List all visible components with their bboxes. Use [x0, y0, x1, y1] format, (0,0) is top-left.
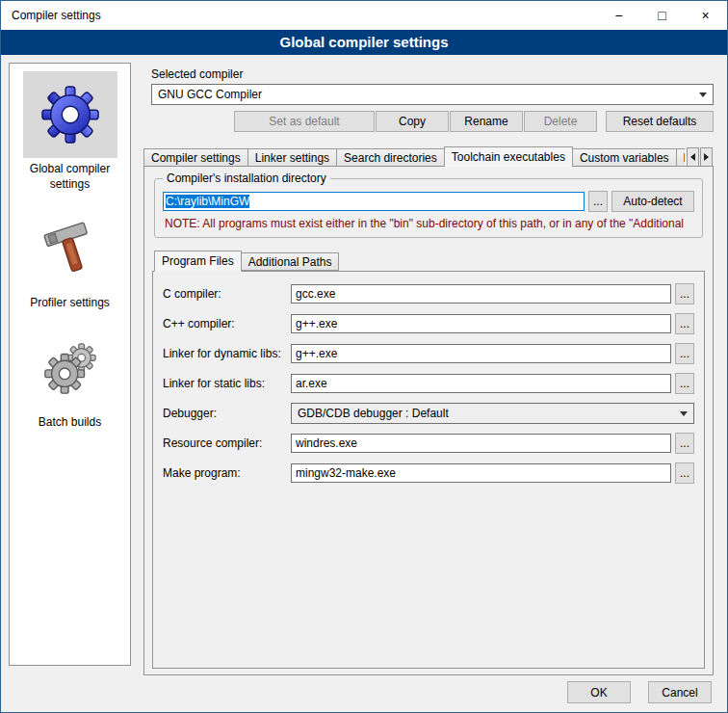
static-linker-label: Linker for static libs:: [163, 377, 291, 390]
compiler-actions: Set as default Copy Rename Delete Reset …: [142, 111, 714, 132]
sidebar-item-label: Global compiler settings: [10, 162, 130, 192]
cpp-compiler-input[interactable]: [291, 314, 671, 333]
compiler-select-value: GNU GCC Compiler: [158, 88, 262, 101]
resource-compiler-input[interactable]: [291, 434, 671, 453]
minimize-button[interactable]: −: [597, 1, 640, 30]
dynamic-linker-label: Linker for dynamic libs:: [163, 347, 291, 360]
maximize-icon: □: [658, 8, 665, 23]
window-controls: − □ ×: [597, 1, 727, 30]
close-icon: ×: [701, 8, 709, 23]
static-linker-row: Linker for static libs: ...: [163, 373, 694, 394]
installation-directory-legend: Compiler's installation directory: [163, 172, 330, 185]
subtab-program-files[interactable]: Program Files: [154, 251, 242, 272]
debugger-select[interactable]: GDB/CDB debugger : Default: [291, 403, 694, 424]
main-panel: Selected compiler GNU GCC Compiler Set a…: [142, 63, 714, 679]
minimize-icon: −: [614, 8, 622, 23]
sidebar-item-label: Profiler settings: [26, 296, 114, 311]
subtab-additional-paths[interactable]: Additional Paths: [241, 252, 340, 271]
sidebar-item-global-compiler-settings[interactable]: Global compiler settings: [10, 71, 130, 192]
tab-linker-settings[interactable]: Linker settings: [247, 148, 337, 167]
toolchain-subtab-bar: Program Files Additional Paths: [154, 250, 705, 271]
c-compiler-input[interactable]: [291, 284, 671, 304]
sidebar-item-profiler-settings[interactable]: Profiler settings: [10, 205, 130, 311]
compiler-settings-dialog: Compiler settings − □ × Global compiler …: [0, 0, 728, 713]
tab-scroll-right-icon: [704, 153, 709, 161]
close-button[interactable]: ×: [684, 1, 727, 30]
settings-tab-bar: Compiler settings Linker settings Search…: [143, 145, 685, 167]
tab-build-options-clipped[interactable]: Builc: [676, 148, 685, 167]
program-files-panel: C compiler: ... C++ compiler: ... Linker…: [152, 271, 705, 669]
resource-compiler-label: Resource compiler:: [163, 436, 291, 450]
installation-directory-row: C:\raylib\MinGW ... Auto-detect: [163, 191, 694, 212]
cancel-button[interactable]: Cancel: [648, 681, 712, 703]
tab-scroll-right-button[interactable]: [700, 147, 713, 167]
install-dir-browse-button[interactable]: ...: [588, 191, 608, 212]
maximize-button[interactable]: □: [640, 1, 684, 30]
auto-detect-button[interactable]: Auto-detect: [611, 191, 694, 212]
tab-compiler-settings[interactable]: Compiler settings: [143, 148, 248, 167]
debugger-row: Debugger: GDB/CDB debugger : Default: [163, 403, 694, 424]
tab-search-directories[interactable]: Search directories: [336, 148, 445, 167]
install-dir-selected-text: C:\raylib\MinGW: [166, 195, 249, 208]
cpp-compiler-browse-button[interactable]: ...: [675, 313, 694, 334]
c-compiler-label: C compiler:: [163, 287, 291, 301]
copy-button[interactable]: Copy: [376, 111, 449, 132]
tab-scroll-left-button[interactable]: [687, 147, 699, 167]
blue-gear-icon: [40, 85, 100, 145]
profiler-iconbox: [23, 205, 117, 292]
compiler-select[interactable]: GNU GCC Compiler: [151, 84, 714, 105]
tab-scroll-left-icon: [690, 153, 695, 161]
set-as-default-button: Set as default: [234, 111, 375, 132]
static-linker-input[interactable]: [291, 374, 671, 393]
dropdown-arrow-icon: [680, 411, 688, 416]
resource-compiler-row: Resource compiler: ...: [163, 433, 694, 454]
toolchain-executables-panel: Compiler's installation directory C:\ray…: [143, 166, 714, 675]
make-program-input[interactable]: [291, 463, 671, 483]
profiler-tool-icon: [41, 220, 99, 277]
dynamic-linker-input[interactable]: [291, 344, 671, 363]
make-program-row: Make program: ...: [163, 462, 694, 484]
sidebar-item-label: Batch builds: [35, 415, 105, 431]
static-linker-browse-button[interactable]: ...: [675, 373, 694, 394]
titlebar: Compiler settings − □ ×: [1, 1, 727, 30]
debugger-select-value: GDB/CDB debugger : Default: [298, 407, 449, 420]
tab-custom-variables[interactable]: Custom variables: [572, 148, 677, 167]
dropdown-arrow-icon: [699, 92, 707, 97]
delete-button: Delete: [524, 111, 597, 132]
resource-compiler-browse-button[interactable]: ...: [675, 433, 694, 454]
cpp-compiler-label: C++ compiler:: [163, 317, 291, 330]
make-program-label: Make program:: [163, 466, 291, 480]
dynamic-linker-browse-button[interactable]: ...: [675, 343, 694, 364]
reset-defaults-button[interactable]: Reset defaults: [606, 111, 714, 132]
global-compiler-iconbox: [23, 71, 117, 158]
rename-button[interactable]: Rename: [450, 111, 523, 132]
c-compiler-browse-button[interactable]: ...: [675, 283, 694, 304]
page-title: Global compiler settings: [1, 30, 727, 55]
c-compiler-row: C compiler: ...: [163, 283, 694, 304]
install-dir-input[interactable]: C:\raylib\MinGW: [163, 192, 585, 211]
make-program-browse-button[interactable]: ...: [675, 462, 694, 484]
batch-builds-iconbox: [23, 325, 117, 411]
tab-scroll-buttons: [687, 147, 713, 167]
cpp-compiler-row: C++ compiler: ...: [163, 313, 694, 334]
window-title: Compiler settings: [1, 9, 101, 22]
selected-compiler-label: Selected compiler: [151, 67, 243, 81]
batch-builds-gears-icon: [40, 338, 100, 398]
sidebar-item-batch-builds[interactable]: Batch builds: [10, 325, 130, 431]
tab-toolchain-executables[interactable]: Toolchain executables: [444, 146, 573, 167]
installation-directory-group: Compiler's installation directory C:\ray…: [154, 178, 703, 238]
settings-sidebar: Global compiler settings Profiler settin…: [9, 63, 131, 666]
bin-subdirectory-note: NOTE: All programs must exist either in …: [165, 217, 692, 230]
ok-button[interactable]: OK: [567, 681, 631, 703]
debugger-label: Debugger:: [163, 407, 291, 420]
dynamic-linker-row: Linker for dynamic libs: ...: [163, 343, 694, 364]
